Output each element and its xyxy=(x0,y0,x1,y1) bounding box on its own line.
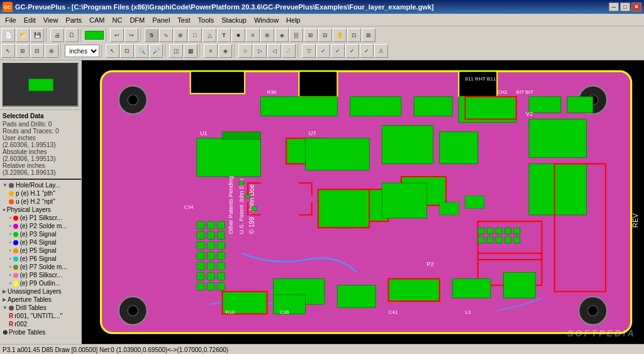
svg-rect-33 xyxy=(207,221,214,229)
tb-more2-button[interactable]: ⊠ xyxy=(362,28,375,42)
tb-arc-button[interactable]: ∿ xyxy=(159,28,173,42)
menu-help[interactable]: Help xyxy=(282,15,304,25)
menu-cam[interactable]: CAM xyxy=(86,15,108,25)
svg-rect-82 xyxy=(505,228,511,234)
svg-rect-85 xyxy=(487,236,493,243)
tb-select-button[interactable]: S xyxy=(145,28,158,42)
tb2-right-button[interactable]: ▷ xyxy=(253,44,267,58)
menu-panel[interactable]: Panel xyxy=(148,15,174,25)
selected-data-title: Selected Data xyxy=(3,113,79,119)
tb2-dots-button[interactable]: ∴ xyxy=(282,44,296,58)
tb2-center-button[interactable]: ◈ xyxy=(218,44,232,58)
maximize-button[interactable]: □ xyxy=(620,3,630,11)
tb2-check4-button[interactable]: ✓ xyxy=(360,44,374,58)
layer-item-p1[interactable]: + (e) P1 Silkscr... xyxy=(1,214,80,222)
pads-drills-label: Pads and Drills: 0 xyxy=(3,121,79,128)
tb2-fit-button[interactable]: ⊡ xyxy=(120,44,134,58)
tb-redo-button[interactable]: ↪ xyxy=(125,28,138,42)
menu-window[interactable]: Window xyxy=(250,15,282,25)
layer-item-p5[interactable]: + (e) P5 Signal xyxy=(1,246,80,255)
svg-text:R10: R10 xyxy=(226,309,235,315)
tb-route-button[interactable]: ⊟ xyxy=(318,28,332,42)
tb2-grid2-button[interactable]: ▦ xyxy=(184,44,197,58)
layer-item-p2[interactable]: + (e) P2 Solde m... xyxy=(1,222,80,230)
drill-tables-group[interactable]: ▼ Drill Tables xyxy=(1,304,80,312)
tb-poly-button[interactable]: △ xyxy=(203,28,216,42)
layer-item-p7[interactable]: + (e) P7 Solde m... xyxy=(1,263,80,271)
layer-item-p6[interactable]: + (e) P6 Signal xyxy=(1,255,80,263)
layer-item-p8[interactable]: + (e) P8 Silkscr... xyxy=(1,271,80,279)
tb2-filter1-button[interactable]: ▽ xyxy=(302,44,316,58)
tb2-check2-button[interactable]: ✓ xyxy=(331,44,345,58)
tb2-grid-button[interactable]: ⊞ xyxy=(16,44,30,58)
layer-item-npt[interactable]: u (e) H.2 "npt" xyxy=(1,197,80,206)
layer-item-p9[interactable]: + (e) P9 Outlin... xyxy=(1,279,80,287)
layer-color-swatch[interactable] xyxy=(85,31,104,40)
tb2-arrow-button[interactable]: ↖ xyxy=(1,44,15,58)
menu-stackup[interactable]: Stackup xyxy=(218,15,250,25)
layer-item-r002[interactable]: R r002 xyxy=(1,320,80,328)
layer-item-p4[interactable]: + (e) P4 Signal xyxy=(1,238,80,246)
layer-item-pth[interactable]: p (e) H.1 "pth" xyxy=(1,189,80,197)
layer-item-r001[interactable]: R r001, "UNTITL..." xyxy=(1,312,80,320)
svg-rect-16 xyxy=(529,119,586,157)
tb-new-button[interactable]: 📄 xyxy=(1,28,15,42)
menu-nc[interactable]: NC xyxy=(109,15,126,25)
layer-item-p3[interactable]: + (e) P3 Signal xyxy=(1,230,80,238)
tb-line-button[interactable]: ≡ xyxy=(246,28,260,42)
unassigned-layers-group[interactable]: ▶ Unassigned Layers xyxy=(1,287,80,296)
tb-undo-button[interactable]: ↩ xyxy=(110,28,124,42)
physical-layers-group[interactable]: ● Physical Layers xyxy=(1,206,80,214)
tb-measure-button[interactable]: ⊞ xyxy=(304,28,318,42)
svg-rect-39 xyxy=(207,283,214,290)
menu-edit[interactable]: Edit xyxy=(20,15,40,25)
svg-rect-4 xyxy=(458,71,497,97)
tb-preview-button[interactable]: 🗋 xyxy=(65,28,79,42)
menu-tools[interactable]: Tools xyxy=(194,15,218,25)
unit-select[interactable]: inches mm mils xyxy=(65,45,99,57)
aperture-tables-group[interactable]: ▶ Aperture Tables xyxy=(1,296,80,304)
tb-cross-button[interactable]: ⊕ xyxy=(260,28,274,42)
svg-text:Other Patents Pending: Other Patents Pending xyxy=(228,176,234,234)
tb-text-button[interactable]: T xyxy=(217,28,231,42)
tb2-star-button[interactable]: ☆ xyxy=(238,44,252,58)
tb-print-button[interactable]: 🖨 xyxy=(50,28,64,42)
tb-bars-button[interactable]: ||| xyxy=(289,28,303,42)
drill-dot-icon xyxy=(9,306,14,311)
menu-parts[interactable]: Parts xyxy=(62,15,86,25)
tb-pan-button[interactable]: ✋ xyxy=(333,28,347,42)
tb2-snap-button[interactable]: ◫ xyxy=(169,44,183,58)
svg-rect-43 xyxy=(217,252,225,260)
tb2-warn-button[interactable]: ⚠ xyxy=(374,44,388,58)
p2-dot-icon xyxy=(13,224,18,229)
tb2-cursor-button[interactable]: ↖ xyxy=(106,44,119,58)
tb2-minus-button[interactable]: ⊟ xyxy=(30,44,44,58)
tb-fill-button[interactable]: ■ xyxy=(231,28,245,42)
tb2-left-button[interactable]: ◁ xyxy=(267,44,281,58)
tb2-zoom-out-button[interactable]: 🔎 xyxy=(149,44,163,58)
tb-circle-button[interactable]: ⊕ xyxy=(174,28,187,42)
svg-rect-81 xyxy=(496,228,502,234)
tb-sep4 xyxy=(140,28,143,42)
tb-open-button[interactable]: 📂 xyxy=(16,28,30,42)
close-button[interactable]: ✕ xyxy=(631,3,641,11)
menu-test[interactable]: Test xyxy=(174,15,194,25)
tb2-check-button[interactable]: ✓ xyxy=(316,44,330,58)
svg-text:C41: C41 xyxy=(389,309,398,315)
tb-more1-button[interactable]: ⊡ xyxy=(347,28,361,42)
canvas-area[interactable]: PROCESSOR ASSY S/N P/N JOHN DOE REV © 19… xyxy=(82,60,644,344)
tb2-check3-button[interactable]: ✓ xyxy=(345,44,359,58)
tb2-plus-button[interactable]: ⊕ xyxy=(45,44,58,58)
tb-target-button[interactable]: ◈ xyxy=(275,28,289,42)
tb2-align-button[interactable]: ≡ xyxy=(204,44,218,58)
probe-tables-group[interactable]: ⊕ Probe Tables xyxy=(1,328,80,336)
menu-file[interactable]: File xyxy=(1,15,20,25)
hole-route-layer-group[interactable]: ▼ Hole/Rout Lay... xyxy=(1,181,80,189)
tb-rect-button[interactable]: □ xyxy=(188,28,202,42)
menu-view[interactable]: View xyxy=(40,15,62,25)
menu-dfm[interactable]: DFM xyxy=(126,15,148,25)
tb2-zoom-in-button[interactable]: 🔍 xyxy=(135,44,148,58)
r001-label: r001, "UNTITL..." xyxy=(14,313,62,319)
minimize-button[interactable]: ─ xyxy=(609,3,619,11)
tb-save-button[interactable]: 💾 xyxy=(30,28,44,42)
